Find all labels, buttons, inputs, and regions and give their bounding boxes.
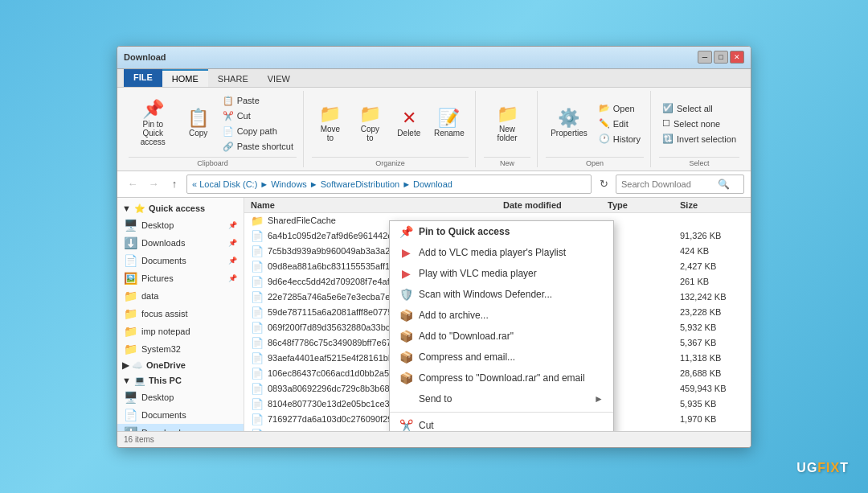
new-folder-label: New folder [489, 125, 526, 142]
pc-desktop-icon: 🖥️ [124, 391, 137, 404]
pc-documents-label: Documents [141, 410, 186, 420]
col-date[interactable]: Date modified [503, 200, 608, 210]
ribbon-tabs: FILE HOME SHARE VIEW [117, 69, 751, 88]
sidebar-item-pc-desktop[interactable]: 🖥️ Desktop [117, 388, 244, 406]
ribbon-group-organize: 📁 Move to 📁 Copy to ✕ Delete 📝 Rename Or… [305, 91, 476, 167]
breadcrumb-windows[interactable]: Windows [271, 179, 307, 189]
ctx-pin-label: Pin to Quick access [419, 226, 510, 237]
file-icon-8: 📄 [251, 337, 264, 349]
sidebar-item-pictures[interactable]: 🖼️ Pictures 📌 [117, 269, 244, 287]
delete-button[interactable]: ✕ Delete [391, 107, 427, 140]
this-pc-heading[interactable]: ▼ 💻 This PC [117, 373, 244, 388]
breadcrumb-softwaredist[interactable]: SoftwareDistribution [321, 179, 399, 189]
edit-icon: ✏️ [599, 118, 610, 129]
edit-button[interactable]: ✏️ Edit [596, 117, 644, 130]
history-button[interactable]: 🕐 History [596, 132, 644, 146]
up-button[interactable]: ↑ [166, 175, 183, 193]
paste-button[interactable]: 📋 Paste [219, 94, 297, 108]
select-none-button[interactable]: ☐ Select none [659, 117, 739, 130]
tab-view[interactable]: VIEW [258, 69, 300, 87]
onedrive-heading[interactable]: ▶ ☁️ OneDrive [117, 358, 244, 373]
ctx-vlc-playlist-icon: ▶ [399, 246, 412, 259]
select-all-button[interactable]: ☑️ Select all [659, 101, 739, 115]
delete-icon: ✕ [402, 109, 416, 127]
minimize-button[interactable]: ─ [698, 51, 712, 64]
sidebar-item-desktop[interactable]: 🖥️ Desktop 📌 [117, 216, 244, 234]
paste-shortcut-button[interactable]: 🔗 Paste shortcut [219, 140, 297, 154]
ctx-compress-rar-email[interactable]: 📦 Compress to "Download.rar" and email [390, 368, 613, 388]
back-button[interactable]: ← [124, 175, 141, 193]
status-text: 16 items [124, 435, 154, 444]
explorer-window: Download ─ □ ✕ FILE HOME SHARE VIEW 📌 Pi… [117, 46, 751, 448]
downloads-icon: ⬇️ [124, 236, 137, 249]
quick-access-heading[interactable]: ▼ ⭐ Quick access [117, 201, 244, 216]
desktop-icon: 🖥️ [124, 219, 137, 232]
folder-icon: 📁 [251, 215, 264, 227]
sidebar: ▼ ⭐ Quick access 🖥️ Desktop 📌 ⬇️ Downloa… [117, 198, 244, 431]
close-button[interactable]: ✕ [730, 51, 744, 64]
sidebar-item-pc-downloads[interactable]: ⬇️ Downloads [117, 424, 244, 431]
copy-to-button[interactable]: 📁 Copy to [352, 103, 388, 145]
this-pc-label: This PC [149, 376, 182, 385]
breadcrumb-local-disk[interactable]: Local Disk (C:) [199, 179, 257, 189]
sidebar-item-focus[interactable]: 📁 focus assist [117, 305, 244, 323]
focus-label: focus assist [141, 309, 187, 318]
file-icon-11: 📄 [251, 383, 264, 395]
copy-button[interactable]: 📋 Copy [181, 107, 216, 140]
ctx-scan-defender[interactable]: 🛡️ Scan with Windows Defender... [390, 284, 613, 305]
system32-icon: 📁 [124, 343, 137, 355]
ctx-play-vlc[interactable]: ▶ Play with VLC media player [390, 263, 613, 284]
rename-button[interactable]: 📝 Rename [430, 107, 469, 140]
tab-home[interactable]: HOME [162, 69, 208, 87]
open-button[interactable]: 📂 Open [596, 101, 644, 115]
search-input[interactable] [621, 179, 718, 189]
ctx-play-vlc-icon: ▶ [399, 267, 412, 280]
size-11: 459,943 KB [680, 384, 744, 393]
sidebar-item-pc-documents[interactable]: 📄 Documents [117, 406, 244, 424]
sidebar-item-system32[interactable]: 📁 System32 [117, 340, 244, 358]
cut-button[interactable]: ✂️ Cut [219, 109, 297, 123]
pin-indicator2: 📌 [228, 239, 237, 247]
tab-file[interactable]: FILE [124, 69, 162, 87]
sidebar-item-downloads[interactable]: ⬇️ Downloads 📌 [117, 234, 244, 252]
breadcrumb-sep1: ► [260, 179, 268, 189]
sidebar-item-data[interactable]: 📁 data [117, 287, 244, 305]
new-folder-button[interactable]: 📁 New folder [484, 103, 530, 145]
ctx-add-vlc-playlist[interactable]: ▶ Add to VLC media player's Playlist [390, 242, 613, 263]
size-3: 2,427 KB [680, 261, 744, 271]
ctx-rar-icon: 📦 [399, 330, 412, 343]
col-name[interactable]: Name [251, 200, 503, 210]
system32-label: System32 [141, 344, 181, 354]
invert-selection-button[interactable]: 🔃 Invert selection [659, 132, 739, 146]
move-to-button[interactable]: 📁 Move to [312, 103, 349, 145]
refresh-button[interactable]: ↻ [595, 175, 612, 193]
properties-button[interactable]: ⚙️ Properties [546, 107, 592, 140]
sidebar-item-documents[interactable]: 📄 Documents 📌 [117, 252, 244, 269]
sidebar-item-notepad[interactable]: 📁 imp notepad [117, 323, 244, 340]
tab-share[interactable]: SHARE [208, 69, 258, 87]
cut-icon: ✂️ [223, 111, 234, 121]
ribbon-select-items: ☑️ Select all ☐ Select none 🔃 Invert sel… [659, 91, 739, 157]
ctx-cut[interactable]: ✂️ Cut [390, 415, 613, 431]
size-10: 28,688 KB [680, 368, 744, 378]
notepad-label: imp notepad [141, 327, 190, 336]
ctx-compress-email[interactable]: 📦 Compress and email... [390, 347, 613, 368]
select-all-icon: ☑️ [662, 103, 674, 113]
ctx-add-rar[interactable]: 📦 Add to "Download.rar" [390, 326, 613, 347]
quick-access-star: ⭐ [134, 203, 145, 214]
ctx-send-to[interactable]: Send to ► [390, 388, 613, 409]
breadcrumb-item[interactable]: « [192, 179, 199, 189]
ctx-pin-quick-access[interactable]: 📌 Pin to Quick access [390, 221, 613, 242]
col-type[interactable]: Type [608, 200, 680, 210]
address-path[interactable]: « Local Disk (C:) ► Windows ► SoftwareDi… [186, 175, 592, 194]
search-box: 🔍 [616, 175, 744, 194]
col-size[interactable]: Size [680, 200, 744, 210]
pin-to-quick-access-button[interactable]: 📌 Pin to Quickaccess [129, 98, 178, 149]
forward-button[interactable]: → [145, 175, 162, 193]
maximize-button[interactable]: □ [714, 51, 728, 64]
copy-path-button[interactable]: 📄 Copy path [219, 125, 297, 138]
file-icon-3: 📄 [251, 261, 264, 273]
data-icon: 📁 [124, 290, 137, 302]
ctx-add-archive[interactable]: 📦 Add to archive... [390, 305, 613, 326]
breadcrumb-download[interactable]: Download [413, 179, 452, 189]
